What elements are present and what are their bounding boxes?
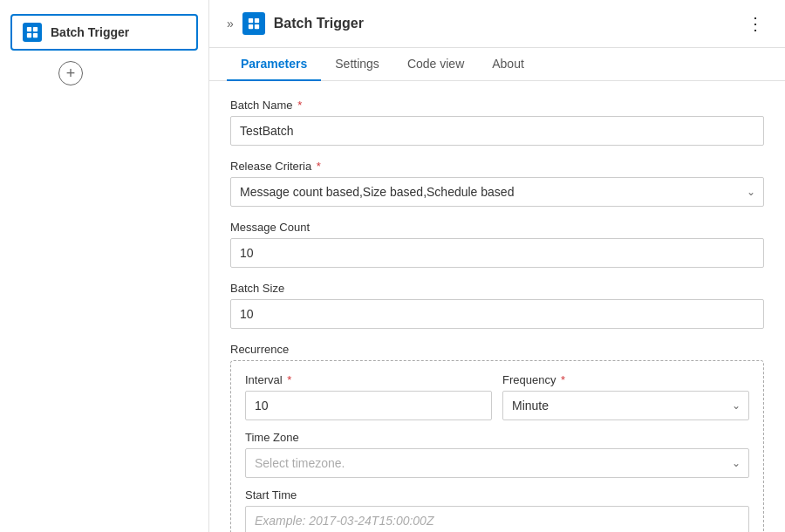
timezone-select[interactable]: Select timezone.	[245, 448, 749, 478]
frequency-select-wrapper[interactable]: Minute ⌄	[502, 391, 749, 420]
tab-bar: Parameters Settings Code view About	[209, 48, 785, 81]
release-criteria-select[interactable]: Message count based,Size based,Schedule …	[230, 177, 764, 207]
plus-icon: +	[66, 65, 76, 83]
start-time-field-group: Start Time	[245, 488, 749, 532]
svg-rect-3	[33, 33, 38, 38]
svg-rect-5	[255, 18, 259, 23]
interval-label: Interval *	[245, 373, 492, 386]
tab-about[interactable]: About	[478, 48, 538, 81]
recurrence-field-group: Recurrence Interval * Frequency *	[230, 343, 764, 532]
message-count-label: Message Count	[230, 221, 764, 234]
panel-header: » Batch Trigger ⋮	[209, 0, 785, 48]
batch-name-input[interactable]	[230, 116, 764, 146]
tab-code-view[interactable]: Code view	[393, 48, 478, 81]
frequency-label: Frequency *	[502, 373, 749, 386]
start-time-label: Start Time	[245, 488, 749, 501]
interval-frequency-row: Interval * Frequency * Minute ⌄	[245, 373, 749, 420]
tab-parameters[interactable]: Parameters	[227, 48, 321, 81]
timezone-label: Time Zone	[245, 431, 749, 444]
svg-rect-6	[249, 24, 253, 29]
svg-rect-1	[33, 27, 38, 31]
release-criteria-select-wrapper[interactable]: Message count based,Size based,Schedule …	[230, 177, 764, 207]
form-panel: Batch Name * Release Criteria * Message …	[209, 81, 785, 532]
batch-name-required: *	[295, 99, 303, 112]
batch-trigger-icon	[23, 23, 42, 42]
header-trigger-icon	[242, 12, 265, 35]
batch-size-field-group: Batch Size	[230, 282, 764, 329]
message-count-input[interactable]	[230, 238, 764, 268]
main-panel: » Batch Trigger ⋮ Parameters Settings Co…	[209, 0, 785, 532]
add-step-button[interactable]: +	[58, 61, 83, 85]
release-criteria-label: Release Criteria *	[230, 160, 764, 173]
sidebar: Batch Trigger +	[0, 0, 209, 532]
recurrence-box: Interval * Frequency * Minute ⌄	[230, 360, 764, 532]
batch-name-label: Batch Name *	[230, 99, 764, 112]
batch-size-input[interactable]	[230, 299, 764, 329]
start-time-input[interactable]	[245, 506, 749, 532]
svg-rect-0	[27, 27, 31, 31]
more-options-icon[interactable]: ⋮	[743, 13, 768, 34]
svg-rect-7	[255, 24, 259, 29]
release-criteria-required: *	[313, 160, 321, 173]
timezone-field-group: Time Zone Select timezone. ⌄	[245, 431, 749, 478]
svg-rect-4	[249, 18, 253, 23]
frequency-select[interactable]: Minute	[502, 391, 749, 420]
sidebar-item-batch-trigger[interactable]: Batch Trigger	[10, 14, 198, 51]
batch-name-field-group: Batch Name *	[230, 99, 764, 146]
tab-settings[interactable]: Settings	[321, 48, 393, 81]
interval-field-group: Interval *	[245, 373, 492, 420]
release-criteria-field-group: Release Criteria * Message count based,S…	[230, 160, 764, 207]
timezone-select-wrapper[interactable]: Select timezone. ⌄	[245, 448, 749, 478]
batch-size-label: Batch Size	[230, 282, 764, 295]
svg-rect-2	[27, 33, 31, 38]
sidebar-item-label: Batch Trigger	[51, 25, 129, 39]
message-count-field-group: Message Count	[230, 221, 764, 268]
panel-title: Batch Trigger	[274, 16, 734, 31]
recurrence-label: Recurrence	[230, 343, 764, 356]
collapse-icon[interactable]: »	[227, 17, 234, 31]
interval-input[interactable]	[245, 391, 492, 420]
frequency-field-group: Frequency * Minute ⌄	[502, 373, 749, 420]
